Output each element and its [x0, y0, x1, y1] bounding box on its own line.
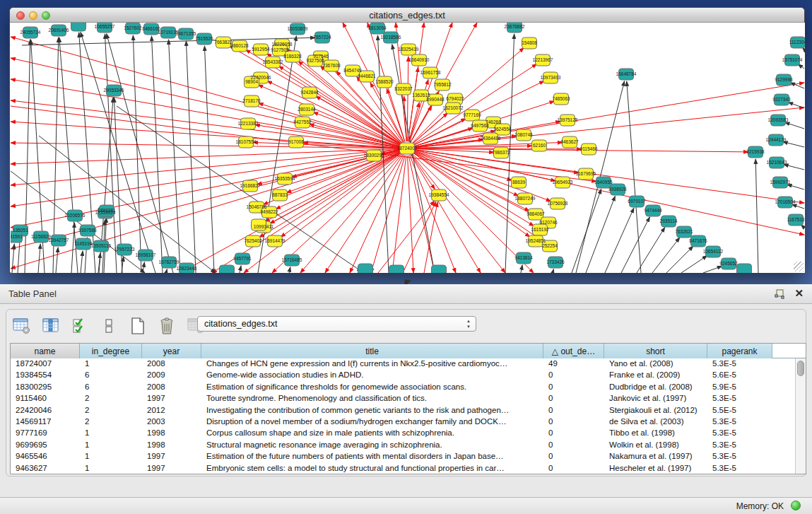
table-cell[interactable]: 0 [543, 382, 604, 393]
table-cell[interactable]: 5.6E-5 [707, 370, 772, 381]
graph-edge[interactable] [521, 265, 522, 273]
table-cell[interactable]: Yano et al. (2008) [604, 358, 707, 370]
table-row[interactable]: 977716911998Corpus callosum shape and si… [11, 428, 806, 439]
table-row[interactable]: 946362711997Embryonic stem cells: a mode… [11, 463, 806, 474]
column-header-name[interactable]: name [11, 344, 80, 358]
table-cell[interactable]: Tibbo et al. (1998) [604, 428, 707, 439]
graph-edge[interactable] [792, 204, 804, 209]
graph-edge[interactable] [408, 67, 418, 141]
column-header-out_de[interactable]: △ out_de… [543, 344, 604, 358]
table-cell[interactable]: 0 [543, 405, 604, 416]
table-cell[interactable]: 18300295 [11, 382, 80, 393]
table-cell[interactable]: 1 [80, 428, 142, 439]
table-cell[interactable]: 1997 [142, 451, 201, 462]
column-header-title[interactable]: title [201, 344, 543, 358]
table-cell[interactable]: Dudbridge et al. (2008) [604, 382, 707, 393]
table-cell[interactable]: Franke et al. (2009) [604, 370, 707, 381]
table-cell[interactable]: 18724007 [11, 358, 80, 370]
table-cell[interactable]: 5.3E-5 [707, 463, 772, 474]
graph-edge[interactable] [117, 106, 362, 271]
graph-edge[interactable] [553, 269, 553, 273]
graph-node-teal[interactable] [389, 265, 404, 273]
table-cell[interactable]: 2 [80, 405, 142, 416]
table-cell[interactable]: Jankovic et al. (1997) [604, 393, 707, 404]
close-panel-icon[interactable]: ✕ [794, 287, 804, 300]
table-cell[interactable]: 1 [80, 451, 142, 462]
table-cell[interactable]: 2008 [142, 358, 201, 370]
table-settings-button[interactable] [12, 316, 32, 336]
table-cell[interactable]: 0 [543, 463, 604, 474]
graph-edge[interactable] [621, 217, 649, 273]
graph-edge[interactable] [25, 40, 30, 273]
scrollbar-thumb[interactable] [797, 361, 804, 376]
table-cell[interactable]: 9115460 [11, 393, 80, 404]
graph-edge[interactable] [785, 122, 804, 129]
graph-edge[interactable] [787, 185, 804, 189]
table-cell[interactable]: 5.3E-5 [707, 416, 772, 428]
table-cell[interactable]: 6 [80, 382, 142, 393]
graph-edge[interactable] [151, 36, 163, 273]
table-selector-dropdown[interactable]: citations_edges.txt ▲▼ [197, 316, 476, 332]
table-cell[interactable]: 0 [543, 440, 604, 451]
graph-edge[interactable] [81, 33, 155, 273]
table-cell[interactable]: Genome-wide association studies in ADHD. [201, 370, 543, 381]
table-cell[interactable]: 9699695 [11, 440, 80, 451]
table-cell[interactable]: 1997 [142, 393, 201, 404]
graph-edge[interactable] [166, 269, 167, 273]
table-cell[interactable]: 0 [543, 393, 604, 404]
graph-edge[interactable] [783, 141, 804, 147]
table-cell[interactable]: 19384554 [11, 370, 80, 381]
table-vertical-scrollbar[interactable] [795, 358, 806, 474]
table-row[interactable]: 946554611997Estimation of the future num… [11, 451, 806, 462]
window-resize-grip[interactable] [794, 262, 804, 271]
table-row[interactable]: 1872400712008Changes of HCN gene express… [11, 358, 806, 370]
table-cell[interactable]: Wolkin et al. (1998) [604, 440, 707, 451]
graph-edge[interactable] [204, 46, 214, 273]
graph-edge[interactable] [71, 223, 74, 273]
table-row[interactable]: 911546021997Tourette syndrome. Phenomeno… [11, 393, 806, 404]
graph-edge[interactable] [784, 164, 804, 170]
graph-edge[interactable] [652, 238, 680, 273]
table-cell[interactable]: 1998 [142, 428, 201, 439]
table-cell[interactable]: 5.3E-5 [707, 451, 772, 462]
table-cell[interactable]: 5.9E-5 [707, 382, 772, 393]
table-cell[interactable]: 9463627 [11, 463, 80, 474]
table-cell[interactable]: Estimation of significance thresholds fo… [201, 382, 543, 393]
table-cell[interactable]: 9777169 [11, 428, 80, 439]
graph-edge[interactable] [11, 100, 400, 148]
table-cell[interactable]: Disruption of a novel member of a sodium… [201, 416, 543, 428]
graph-edge[interactable] [788, 103, 804, 108]
table-cell[interactable]: de Silva et al. (2003) [604, 416, 707, 428]
column-header-year[interactable]: year [142, 344, 201, 358]
table-cell[interactable]: Embryonic stem cells: a model to study s… [201, 463, 543, 474]
table-row[interactable]: 1938455462009Genome-wide association stu… [11, 370, 806, 381]
graph-node-teal[interactable] [71, 23, 86, 31]
graph-edge[interactable] [681, 256, 707, 273]
graph-edge[interactable] [11, 122, 400, 148]
table-cell[interactable]: Corpus callosum shape and size in male p… [201, 428, 543, 439]
column-header-short[interactable]: short [604, 344, 707, 358]
delete-rows-button[interactable] [157, 316, 177, 336]
graph-edge[interactable] [350, 155, 404, 273]
table-cell[interactable]: 49 [543, 358, 604, 370]
table-cell[interactable]: 22420046 [11, 405, 80, 416]
column-header-pagerank[interactable]: pagerank [707, 344, 772, 358]
table-cell[interactable]: 2012 [142, 405, 201, 416]
table-cell[interactable]: 0 [543, 416, 604, 428]
graph-edge[interactable] [289, 267, 290, 273]
table-cell[interactable]: 5.5E-5 [707, 405, 772, 416]
table-cell[interactable]: 5.3E-5 [707, 428, 772, 439]
table-cell[interactable]: 2 [80, 416, 142, 428]
float-window-icon[interactable] [774, 288, 785, 300]
graph-edge[interactable] [11, 171, 145, 273]
table-cell[interactable]: 5.3E-5 [707, 440, 772, 451]
table-cell[interactable]: 6 [80, 370, 142, 381]
table-cell[interactable]: Stergiakouli et al. (2012) [604, 405, 707, 416]
table-cell[interactable]: 2003 [142, 416, 201, 428]
table-cell[interactable]: 1 [80, 440, 142, 451]
table-cell[interactable]: Structural magnetic resonance image aver… [201, 440, 543, 451]
graph-edge[interactable] [11, 149, 400, 185]
graph-edge[interactable] [703, 266, 722, 273]
table-cell[interactable]: 9465546 [11, 451, 80, 462]
graph-edge[interactable] [790, 83, 804, 88]
